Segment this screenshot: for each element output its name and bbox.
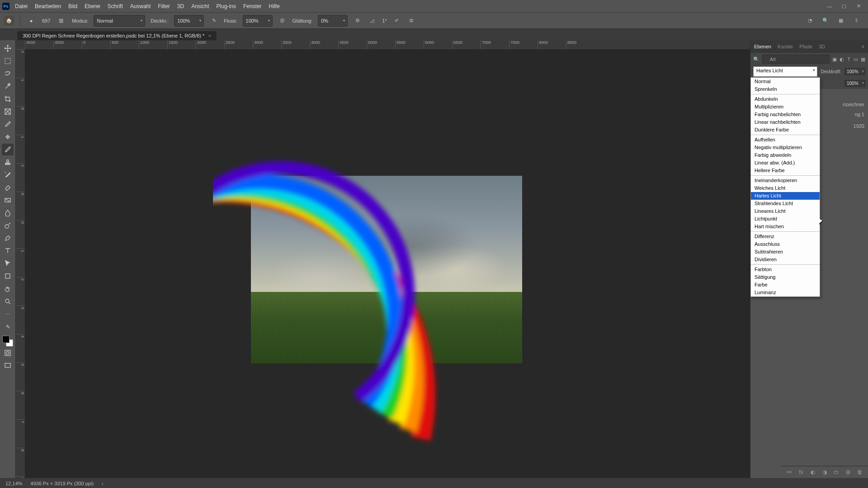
- menu-schrift[interactable]: Schrift: [108, 3, 123, 9]
- link-layers-icon[interactable]: ⚯: [786, 469, 793, 475]
- menu-ansicht[interactable]: Ansicht: [191, 3, 209, 9]
- close-button[interactable]: ✕: [851, 2, 866, 11]
- maximize-button[interactable]: ▢: [837, 2, 851, 11]
- share-icon[interactable]: ⇪: [852, 16, 861, 25]
- layer-filter-input[interactable]: [762, 55, 830, 64]
- menu-auswahl[interactable]: Auswahl: [130, 3, 151, 9]
- blend-option-dividieren[interactable]: Dividieren: [751, 256, 820, 263]
- blend-option-farbe[interactable]: Farbe: [751, 281, 820, 289]
- blend-option-strahlendes-licht[interactable]: Strahlendes Licht: [751, 200, 820, 207]
- group-icon[interactable]: 🗀: [833, 469, 840, 475]
- hand-tool[interactable]: [2, 283, 14, 295]
- blend-option-sprenkeln[interactable]: Sprenkeln: [751, 85, 820, 93]
- symmetry-icon[interactable]: ⧉: [407, 16, 416, 25]
- search-icon[interactable]: 🔍: [821, 16, 830, 25]
- pressure-size-icon[interactable]: ✐: [392, 16, 401, 25]
- blend-option-farbig-abwedeln[interactable]: Farbig abwedeln: [751, 151, 820, 159]
- blend-option-hellere-farbe[interactable]: Hellere Farbe: [751, 167, 820, 174]
- blend-option-linear-abw-add-[interactable]: Linear abw. (Add.): [751, 159, 820, 167]
- blend-option-dunklere-farbe[interactable]: Dunklere Farbe: [751, 126, 820, 134]
- angle-value[interactable]: 1°: [382, 18, 387, 23]
- blur-tool[interactable]: [2, 207, 14, 219]
- filter-type-icon[interactable]: T: [847, 56, 851, 63]
- tab-ebenen[interactable]: Ebenen: [754, 44, 771, 49]
- gradient-tool[interactable]: [2, 194, 14, 206]
- more-tools[interactable]: ⋯: [2, 308, 14, 320]
- menu-fenster[interactable]: Fenster: [243, 3, 262, 9]
- foreground-color-swatch[interactable]: [2, 336, 9, 343]
- frame-tool[interactable]: [2, 106, 14, 117]
- blend-option-aufhellen[interactable]: Aufhellen: [751, 136, 820, 144]
- filter-image-icon[interactable]: ▣: [832, 56, 837, 63]
- healing-tool[interactable]: [2, 131, 14, 143]
- deckkraft-panel-input[interactable]: 100%: [844, 68, 865, 75]
- menu-ebene[interactable]: Ebene: [85, 3, 100, 9]
- mask-icon[interactable]: ◐: [809, 469, 816, 475]
- blend-option-multiplizieren[interactable]: Multiplizieren: [751, 103, 820, 111]
- blend-mode-select[interactable]: Hartes Licht: [753, 66, 817, 77]
- tab-pfade[interactable]: Pfade: [799, 44, 812, 49]
- dodge-tool[interactable]: [2, 220, 14, 231]
- zoom-level[interactable]: 12,14%: [5, 481, 22, 486]
- blend-option-hartes-licht[interactable]: Hartes Licht: [751, 192, 820, 200]
- color-swatches[interactable]: [2, 336, 13, 347]
- blend-option-ineinanderkopieren[interactable]: Ineinanderkopieren: [751, 177, 820, 184]
- move-tool[interactable]: [2, 42, 14, 54]
- blend-option-negativ-multiplizieren[interactable]: Negativ multiplizieren: [751, 144, 820, 151]
- lasso-tool[interactable]: [2, 68, 14, 80]
- zoom-tool[interactable]: [2, 296, 14, 307]
- type-tool[interactable]: [2, 245, 14, 257]
- stamp-tool[interactable]: [2, 156, 14, 168]
- pen-tool[interactable]: [2, 232, 14, 244]
- tab-kanale[interactable]: Kanäle: [778, 44, 793, 49]
- blend-option-ausschluss[interactable]: Ausschluss: [751, 240, 820, 248]
- close-tab-icon[interactable]: ×: [208, 33, 211, 38]
- eraser-tool[interactable]: [2, 182, 14, 193]
- blend-option-abdunkeln[interactable]: Abdunkeln: [751, 95, 820, 103]
- pressure-opacity-icon[interactable]: ✎: [209, 16, 218, 25]
- glattung-input[interactable]: 0%: [318, 15, 348, 27]
- blend-option-weiches-licht[interactable]: Weiches Licht: [751, 184, 820, 192]
- doc-info-chevron[interactable]: ›: [102, 481, 104, 486]
- menu-3d[interactable]: 3D: [177, 3, 184, 9]
- path-select-tool[interactable]: [2, 258, 14, 269]
- blend-option-subtrahieren[interactable]: Subtrahieren: [751, 248, 820, 256]
- document-tab[interactable]: 300 DPI Regen Schnee Regenbogen erstelle…: [17, 31, 217, 40]
- delete-icon[interactable]: 🗑: [856, 469, 863, 475]
- brush-preset-button[interactable]: ●: [26, 15, 37, 26]
- modus-select[interactable]: Normal: [94, 15, 145, 27]
- brush-tool[interactable]: [2, 144, 14, 155]
- fluss-input[interactable]: 100%: [243, 15, 273, 27]
- cloud-docs-icon[interactable]: ◔: [806, 16, 815, 25]
- blend-option-differenz[interactable]: Differenz: [751, 233, 820, 240]
- canvas[interactable]: [25, 49, 750, 478]
- flache-input[interactable]: 100%: [844, 80, 865, 87]
- shape-tool[interactable]: [2, 270, 14, 282]
- new-layer-icon[interactable]: ⊞: [844, 469, 852, 475]
- blend-option-lichtpunkt[interactable]: Lichtpunkt: [751, 215, 820, 223]
- edit-toolbar[interactable]: ✎: [2, 321, 14, 333]
- menu-bearbeiten[interactable]: Bearbeiten: [35, 3, 61, 9]
- filter-smart-icon[interactable]: ▦: [861, 56, 865, 63]
- filter-adjust-icon[interactable]: ◐: [840, 56, 844, 63]
- adjustment-icon[interactable]: ◑: [821, 469, 828, 475]
- blend-option-s-ttigung[interactable]: Sättigung: [751, 273, 820, 281]
- workspace-icon[interactable]: ▦: [836, 16, 845, 25]
- eyedropper-tool[interactable]: [2, 118, 14, 130]
- menu-hilfe[interactable]: Hilfe: [269, 3, 280, 9]
- deckkraft-input[interactable]: 100%: [174, 15, 204, 27]
- blend-option-normal[interactable]: Normal: [751, 78, 820, 85]
- quickmask-button[interactable]: [2, 347, 14, 359]
- brush-panel-button[interactable]: ▥: [56, 15, 66, 26]
- blend-option-farbig-nachbelichten[interactable]: Farbig nachbelichten: [751, 111, 820, 118]
- blend-option-luminanz[interactable]: Luminanz: [751, 289, 820, 296]
- tab-3d[interactable]: 3D: [819, 44, 825, 49]
- fx-icon[interactable]: fx: [797, 469, 805, 475]
- blend-mode-dropdown[interactable]: NormalSprenkelnAbdunkelnMultiplizierenFa…: [750, 77, 820, 297]
- menu-filter[interactable]: Filter: [158, 3, 170, 9]
- panel-menu-icon[interactable]: ≡: [862, 44, 864, 49]
- menu-plugins[interactable]: Plug-ins: [217, 3, 236, 9]
- screenmode-button[interactable]: [2, 360, 14, 371]
- airbrush-icon[interactable]: ⦿: [278, 16, 287, 25]
- menu-datei[interactable]: Datei: [15, 3, 28, 9]
